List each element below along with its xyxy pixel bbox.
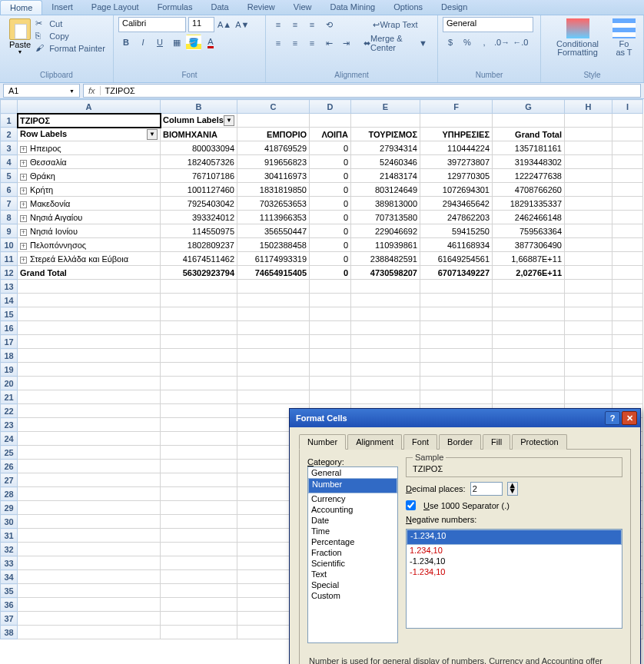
- row-header-24[interactable]: 24: [1, 432, 18, 446]
- cell-F14[interactable]: [420, 294, 493, 307]
- cell-H5[interactable]: [565, 169, 612, 183]
- cell-F10[interactable]: 461168934: [420, 238, 493, 252]
- cell-C16[interactable]: [237, 321, 310, 335]
- cell-F15[interactable]: [420, 307, 493, 321]
- cell-H18[interactable]: [565, 349, 612, 363]
- cell-B6[interactable]: 1001127460: [161, 183, 237, 197]
- row-header-34[interactable]: 34: [1, 570, 18, 584]
- cell-B22[interactable]: [161, 404, 237, 418]
- cell-A28[interactable]: [18, 487, 161, 501]
- cell-E14[interactable]: [351, 294, 420, 307]
- shrink-font-button[interactable]: A▼: [234, 17, 250, 32]
- row-header-30[interactable]: 30: [1, 515, 18, 529]
- category-item[interactable]: Accounting: [308, 504, 397, 515]
- cell-A33[interactable]: [18, 556, 161, 570]
- cell-C10[interactable]: 1502388458: [237, 238, 310, 252]
- row-header-9[interactable]: 9: [1, 224, 18, 238]
- row-header-36[interactable]: 36: [1, 598, 18, 612]
- cell-H11[interactable]: [565, 252, 612, 266]
- category-item[interactable]: Currency: [308, 493, 397, 504]
- cell-A6[interactable]: +Κρήτη: [18, 183, 161, 197]
- cell-E6[interactable]: 803124649: [351, 183, 420, 197]
- format-painter-button[interactable]: 🖌Format Painter: [35, 43, 105, 54]
- ribbon-tab-design[interactable]: Design: [432, 0, 476, 15]
- cell-B26[interactable]: [161, 460, 237, 473]
- cell-D8[interactable]: 0: [310, 211, 351, 224]
- ribbon-tab-data-mining[interactable]: Data Mining: [320, 0, 384, 15]
- cell-B15[interactable]: [161, 307, 237, 321]
- row-header-37[interactable]: 37: [1, 612, 18, 626]
- cell-A19[interactable]: [18, 363, 161, 377]
- expand-icon[interactable]: +: [20, 243, 27, 250]
- cell-F5[interactable]: 129770305: [420, 169, 493, 183]
- cell-H8[interactable]: [565, 211, 612, 224]
- row-header-29[interactable]: 29: [1, 501, 18, 515]
- cell-B13[interactable]: [161, 280, 237, 294]
- cell-B10[interactable]: 1802809237: [161, 238, 237, 252]
- row-header-6[interactable]: 6: [1, 183, 18, 197]
- negative-format-item[interactable]: -1.234,10: [407, 530, 622, 545]
- cell-I14[interactable]: [612, 294, 643, 307]
- cell-G3[interactable]: 1357181161: [493, 141, 565, 155]
- cell-A10[interactable]: +Πελοπόννησος: [18, 238, 161, 252]
- cell-D11[interactable]: 0: [310, 252, 351, 266]
- cell-F6[interactable]: 1072694301: [420, 183, 493, 197]
- cell-H12[interactable]: [565, 266, 612, 280]
- cell-I9[interactable]: [612, 224, 643, 238]
- cell-G4[interactable]: 3193448302: [493, 155, 565, 169]
- cell-A18[interactable]: [18, 349, 161, 363]
- italic-button[interactable]: I: [135, 35, 151, 50]
- grow-font-button[interactable]: A▲: [217, 17, 232, 32]
- cell-A1[interactable]: ΤΖΙΡΟΣ: [18, 114, 161, 128]
- cell-H6[interactable]: [565, 183, 612, 197]
- cell-B37[interactable]: [161, 612, 237, 626]
- ribbon-tab-formulas[interactable]: Formulas: [148, 0, 202, 15]
- expand-icon[interactable]: +: [20, 188, 27, 194]
- cell-H9[interactable]: [565, 224, 612, 238]
- cell-B35[interactable]: [161, 584, 237, 598]
- ribbon-tab-home[interactable]: Home: [0, 0, 42, 15]
- align-middle-button[interactable]: ≡: [287, 17, 303, 32]
- decimal-spinner[interactable]: ▲▼: [507, 482, 518, 496]
- cell-I3[interactable]: [612, 141, 643, 155]
- cell-D20[interactable]: [310, 377, 351, 390]
- dialog-tab-fill[interactable]: Fill: [483, 434, 510, 450]
- category-item[interactable]: Percentage: [308, 536, 397, 547]
- cell-G7[interactable]: 18291335337: [493, 197, 565, 211]
- cell-B20[interactable]: [161, 377, 237, 390]
- cell-D14[interactable]: [310, 294, 351, 307]
- cell-I7[interactable]: [612, 197, 643, 211]
- cell-A12[interactable]: Grand Total: [18, 266, 161, 280]
- cell-E8[interactable]: 707313580: [351, 211, 420, 224]
- cell-I15[interactable]: [612, 307, 643, 321]
- cell-D1[interactable]: [310, 114, 351, 128]
- cell-D21[interactable]: [310, 390, 351, 404]
- cut-button[interactable]: ✂Cut: [35, 18, 105, 29]
- row-header-21[interactable]: 21: [1, 390, 18, 404]
- cell-A25[interactable]: [18, 446, 161, 460]
- cell-H3[interactable]: [565, 141, 612, 155]
- dialog-tab-alignment[interactable]: Alignment: [347, 434, 402, 450]
- col-header-C[interactable]: C: [237, 100, 310, 114]
- cell-I19[interactable]: [612, 363, 643, 377]
- cell-I18[interactable]: [612, 349, 643, 363]
- expand-icon[interactable]: +: [20, 229, 27, 236]
- category-item[interactable]: Scientific: [308, 558, 397, 569]
- thousand-separator-label[interactable]: Use 1000 Separator (.): [423, 501, 510, 510]
- negative-numbers-list[interactable]: -1.234,101.234,10-1.234,10-1.234,10: [406, 529, 622, 629]
- row-header-31[interactable]: 31: [1, 529, 18, 543]
- cell-G17[interactable]: [493, 335, 565, 349]
- cell-G2[interactable]: Grand Total: [493, 128, 565, 141]
- cell-C13[interactable]: [237, 280, 310, 294]
- cell-C11[interactable]: 61174993319: [237, 252, 310, 266]
- cell-D10[interactable]: 0: [310, 238, 351, 252]
- align-bottom-button[interactable]: ≡: [304, 17, 320, 32]
- dialog-close-button[interactable]: ✕: [622, 411, 637, 425]
- cell-B34[interactable]: [161, 570, 237, 584]
- cell-I4[interactable]: [612, 155, 643, 169]
- row-header-23[interactable]: 23: [1, 418, 18, 432]
- cell-B25[interactable]: [161, 446, 237, 460]
- copy-button[interactable]: ⎘Copy: [35, 31, 105, 42]
- cell-B7[interactable]: 7925403042: [161, 197, 237, 211]
- cell-E17[interactable]: [351, 335, 420, 349]
